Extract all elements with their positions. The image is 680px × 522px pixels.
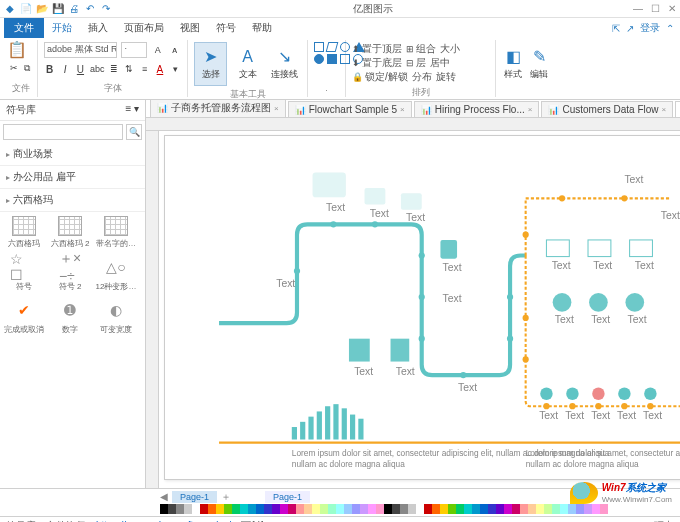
color-swatch[interactable]	[280, 504, 288, 514]
color-swatch[interactable]	[536, 504, 544, 514]
color-swatch[interactable]	[384, 504, 392, 514]
color-swatch[interactable]	[192, 504, 200, 514]
color-swatch[interactable]	[560, 504, 568, 514]
new-icon[interactable]: 📄	[20, 3, 32, 15]
search-input[interactable]	[3, 124, 123, 140]
fontcolor-icon[interactable]: A	[154, 62, 165, 76]
color-swatch[interactable]	[360, 504, 368, 514]
print-icon[interactable]: 🖨	[68, 3, 80, 15]
expand-icon[interactable]: ⇱	[612, 23, 620, 34]
color-swatch[interactable]	[592, 504, 600, 514]
add-page-icon[interactable]: ＋	[221, 490, 231, 504]
shrink-font-icon[interactable]: ᴀ	[168, 43, 181, 57]
color-swatch[interactable]	[200, 504, 208, 514]
shape-item[interactable]: ✔完成或取消	[4, 298, 44, 335]
send-back[interactable]: ⬇ 置于底层	[352, 56, 402, 70]
color-swatch[interactable]	[344, 504, 352, 514]
cut-icon[interactable]: ✂	[10, 61, 19, 75]
color-swatch[interactable]	[568, 504, 576, 514]
tab-file[interactable]: 文件	[4, 18, 44, 38]
tool-text[interactable]: A文本	[231, 42, 264, 86]
color-swatch[interactable]	[448, 504, 456, 514]
color-swatch[interactable]	[472, 504, 480, 514]
canvas[interactable]: TextTextText TextTextText TextTextText T…	[146, 131, 680, 488]
color-swatch[interactable]	[272, 504, 280, 514]
doc-tab-active[interactable]: 📊 Workflow 4 ×	[675, 101, 680, 117]
status-recover[interactable]: 文件恢复	[46, 519, 86, 523]
color-swatch[interactable]	[304, 504, 312, 514]
color-swatch[interactable]	[336, 504, 344, 514]
shape-item[interactable]: 带名字的…	[96, 216, 136, 249]
font-size[interactable]: ·	[121, 42, 147, 58]
color-swatch[interactable]	[432, 504, 440, 514]
color-swatch[interactable]	[480, 504, 488, 514]
linespace-icon[interactable]: ⇅	[124, 62, 135, 76]
color-swatch[interactable]	[368, 504, 376, 514]
page-tab[interactable]: Page-1	[172, 491, 217, 503]
bullets-icon[interactable]: ≣	[108, 62, 119, 76]
tool-select[interactable]: ➤选择	[194, 42, 227, 86]
color-swatch[interactable]	[520, 504, 528, 514]
page-tab-2[interactable]: Page-1	[265, 491, 310, 503]
share-icon[interactable]: ↗	[626, 23, 634, 34]
search-button[interactable]: 🔍	[126, 124, 142, 140]
color-swatch[interactable]	[512, 504, 520, 514]
shape-item[interactable]: ➊数字	[50, 298, 90, 335]
color-swatch[interactable]	[320, 504, 328, 514]
category-sigma[interactable]: 六西格玛	[0, 189, 145, 212]
color-swatch[interactable]	[456, 504, 464, 514]
shape-palette[interactable]	[314, 42, 339, 64]
color-swatch[interactable]	[232, 504, 240, 514]
color-swatch[interactable]	[352, 504, 360, 514]
tab-insert[interactable]: 插入	[80, 18, 116, 38]
prev-page-icon[interactable]: ◀	[160, 491, 168, 502]
color-swatch[interactable]	[288, 504, 296, 514]
shape-item[interactable]: △○12种变形…	[96, 255, 136, 292]
color-bar[interactable]	[160, 504, 680, 516]
color-swatch[interactable]	[496, 504, 504, 514]
color-swatch[interactable]	[408, 504, 416, 514]
minimize-icon[interactable]: —	[633, 3, 643, 14]
color-swatch[interactable]	[176, 504, 184, 514]
color-swatch[interactable]	[600, 504, 608, 514]
color-swatch[interactable]	[264, 504, 272, 514]
grow-font-icon[interactable]: A	[151, 43, 164, 57]
shape-item[interactable]: 六西格玛	[4, 216, 44, 249]
open-icon[interactable]: 📂	[36, 3, 48, 15]
undo-icon[interactable]: ↶	[84, 3, 96, 15]
color-swatch[interactable]	[248, 504, 256, 514]
edit-button[interactable]: ✎编辑	[528, 42, 550, 86]
paste-icon[interactable]: 📋	[10, 42, 24, 56]
tab-start[interactable]: 开始	[44, 18, 80, 38]
color-swatch[interactable]	[504, 504, 512, 514]
shape-item[interactable]: ◐可变宽度	[96, 298, 136, 335]
size[interactable]: 大小	[440, 42, 460, 56]
tab-layout[interactable]: 页面布局	[116, 18, 172, 38]
color-swatch[interactable]	[584, 504, 592, 514]
color-swatch[interactable]	[440, 504, 448, 514]
color-swatch[interactable]	[208, 504, 216, 514]
category-business[interactable]: 商业场景	[0, 143, 145, 166]
italic-icon[interactable]: I	[59, 62, 70, 76]
color-swatch[interactable]	[392, 504, 400, 514]
color-swatch[interactable]	[488, 504, 496, 514]
close-icon[interactable]: ✕	[668, 3, 676, 14]
doc-tab[interactable]: 📊 Customers Data Flow ×	[541, 101, 673, 117]
doc-tab[interactable]: 📊 子商务托管服务流程图 ×	[150, 100, 286, 117]
login-link[interactable]: 登录	[640, 21, 660, 35]
color-swatch[interactable]	[296, 504, 304, 514]
doc-tab[interactable]: 📊 Hiring Process Flo... ×	[414, 101, 540, 117]
shape-item[interactable]: 六西格玛 2	[50, 216, 90, 249]
style-button[interactable]: ◧样式	[502, 42, 524, 86]
bold-icon[interactable]: B	[44, 62, 55, 76]
color-swatch[interactable]	[424, 504, 432, 514]
shape-item[interactable]: ☆ ☐符号	[4, 255, 44, 292]
color-swatch[interactable]	[400, 504, 408, 514]
page[interactable]: TextTextText TextTextText TextTextText T…	[164, 135, 680, 480]
copy-icon[interactable]: ⧉	[23, 61, 32, 75]
panel-menu-icon[interactable]: ≡ ▾	[125, 103, 139, 117]
color-swatch[interactable]	[256, 504, 264, 514]
lock[interactable]: 🔒 锁定/解锁	[352, 70, 408, 84]
collapse-ribbon-icon[interactable]: ⌃	[666, 23, 674, 34]
highlight-icon[interactable]: ▾	[170, 62, 181, 76]
